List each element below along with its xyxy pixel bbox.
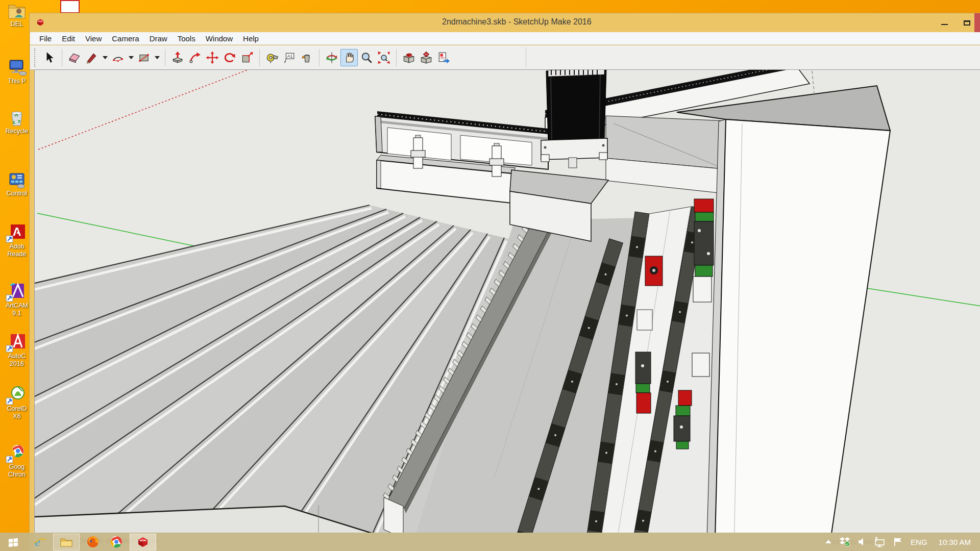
toolbar: A1	[30, 45, 980, 70]
desktop-icon-label: Chron	[1, 471, 29, 479]
toolbar-separator	[165, 49, 165, 66]
windows-logo-icon	[7, 536, 19, 548]
svg-text:A1: A1	[287, 54, 293, 59]
toolbar-separator	[62, 49, 62, 66]
minimize-button[interactable]	[934, 13, 954, 32]
close-button[interactable]	[974, 13, 980, 32]
viewport[interactable]	[34, 69, 980, 533]
autocad-icon	[6, 333, 28, 353]
start-button[interactable]	[0, 533, 27, 551]
adobe-icon	[6, 223, 28, 243]
pc-icon	[6, 58, 28, 78]
title-bar[interactable]: 2ndmachine3.skb - SketchUp Make 2016	[30, 13, 980, 32]
send-model-tool-icon[interactable]	[435, 49, 452, 66]
desktop-icon-label: Recycle	[1, 128, 29, 135]
desktop-icon-label: 9.1	[1, 310, 29, 317]
move-tool-icon[interactable]	[204, 49, 221, 66]
taskbar-explorer[interactable]	[53, 534, 80, 550]
menu-help[interactable]: Help	[238, 33, 264, 44]
rectangle-tool-icon[interactable]	[135, 49, 153, 66]
taskbar-chrome[interactable]	[106, 533, 127, 551]
desktop-icon-pc[interactable]: This P	[1, 58, 29, 85]
viewport-3d-scene[interactable]	[35, 70, 980, 533]
control-icon	[6, 170, 28, 190]
desktop-icon-label: Adob	[1, 243, 29, 251]
toolbar-drag-handle[interactable]	[34, 48, 37, 67]
menu-bar: FileEditViewCameraDrawToolsWindowHelp	[30, 32, 980, 45]
offset-tool-icon[interactable]	[238, 49, 256, 66]
menu-window[interactable]: Window	[201, 33, 238, 44]
desktop-icon-label: 2016	[1, 360, 29, 368]
partial-desktop-icon	[60, 0, 80, 13]
desktop-icon-recycle[interactable]: Recycle	[1, 108, 29, 135]
folder-icon	[6, 1, 28, 20]
corel-icon	[6, 386, 28, 405]
paint-bucket-tool-icon[interactable]	[298, 49, 315, 66]
recycle-icon	[6, 108, 28, 128]
pan-tool-icon[interactable]	[340, 49, 358, 66]
toolbar-separator	[319, 49, 320, 66]
taskbar: e ENG 10:30 AM	[0, 533, 980, 551]
desktop-icon-label: AutoC	[1, 353, 29, 360]
desktop-icon-label: Goog	[1, 463, 29, 471]
volume-icon[interactable]	[857, 537, 867, 546]
desktop-icon-control[interactable]: Control	[1, 170, 29, 197]
rotate-tool-icon[interactable]	[221, 49, 238, 66]
menu-view[interactable]: View	[80, 33, 107, 44]
desktop-icon-chrome[interactable]: GoogChron	[1, 444, 29, 479]
push-pull-tool-icon[interactable]	[169, 49, 186, 66]
hidden-icons-chevron-icon[interactable]	[825, 539, 832, 544]
toolbar-end-divider	[526, 47, 526, 68]
follow-me-tool-icon[interactable]	[186, 49, 204, 66]
desktop-icon-label: ArtCAM	[1, 302, 29, 310]
desktop-icon-label: DEL	[1, 20, 29, 28]
line-tool-icon[interactable]	[83, 49, 101, 66]
network-icon[interactable]	[874, 537, 886, 547]
desktop-icon-adobe[interactable]: AdobReade	[1, 223, 29, 258]
zoom-extents-tool-icon[interactable]	[375, 49, 393, 66]
dd-rect-tool-icon[interactable]	[153, 49, 161, 66]
select-tool-icon[interactable]	[41, 49, 58, 66]
desktop-icon-artcam[interactable]: ArtCAM9.1	[1, 283, 29, 317]
desktop-icon-label: Control	[1, 190, 29, 197]
desktop-icon-autocad[interactable]: AutoC2016	[1, 333, 29, 368]
taskbar-firefox[interactable]	[83, 533, 103, 551]
tape-measure-tool-icon[interactable]	[263, 49, 281, 66]
menu-tools[interactable]: Tools	[173, 33, 201, 44]
menu-file[interactable]: File	[34, 33, 57, 44]
action-center-flag-icon[interactable]	[893, 537, 903, 546]
zoom-tool-icon[interactable]	[358, 49, 375, 66]
menu-edit[interactable]: Edit	[57, 33, 80, 44]
desktop-icon-folder[interactable]: DEL	[1, 1, 29, 28]
taskbar-ie[interactable]: e	[30, 533, 50, 551]
desktop-icon-label: X6	[1, 413, 29, 420]
desktop-icon-label: This P	[1, 78, 29, 85]
desktop-icon-column: DELThis PRecycleControlAdobReadeArtCAM9.…	[0, 0, 29, 551]
window-title: 2ndmachine3.skb - SketchUp Make 2016	[442, 17, 592, 27]
arc-tool-icon[interactable]	[109, 49, 127, 66]
maximize-button[interactable]	[957, 13, 977, 32]
chrome-icon	[6, 444, 28, 463]
language-indicator[interactable]: ENG	[911, 538, 927, 546]
desktop-icon-label: CorelD	[1, 405, 29, 413]
toolbar-separator	[259, 49, 260, 66]
toolbar-separator	[396, 49, 397, 66]
text-tool-icon[interactable]: A1	[281, 49, 298, 66]
sketchup-logo-icon	[36, 17, 45, 27]
get-models-tool-icon[interactable]	[400, 49, 418, 66]
artcam-icon	[6, 283, 28, 302]
desktop-icon-corel[interactable]: CorelDX6	[1, 386, 29, 420]
dd-line-tool-icon[interactable]	[101, 49, 109, 66]
desktop-icon-label: Reade	[1, 251, 29, 258]
eraser-tool-icon[interactable]	[66, 49, 83, 66]
dd-arc-tool-icon[interactable]	[127, 49, 135, 66]
menu-camera[interactable]: Camera	[107, 33, 144, 44]
clock[interactable]: 10:30 AM	[939, 538, 971, 546]
menu-draw[interactable]: Draw	[144, 33, 173, 44]
dropbox-icon[interactable]	[839, 537, 850, 547]
orbit-tool-icon[interactable]	[323, 49, 340, 66]
sketchup-window: 2ndmachine3.skb - SketchUp Make 2016 Fil…	[29, 13, 980, 551]
system-tray: ENG 10:30 AM	[825, 537, 980, 547]
share-model-tool-icon[interactable]	[418, 49, 435, 66]
taskbar-sketchup[interactable]	[130, 534, 156, 550]
